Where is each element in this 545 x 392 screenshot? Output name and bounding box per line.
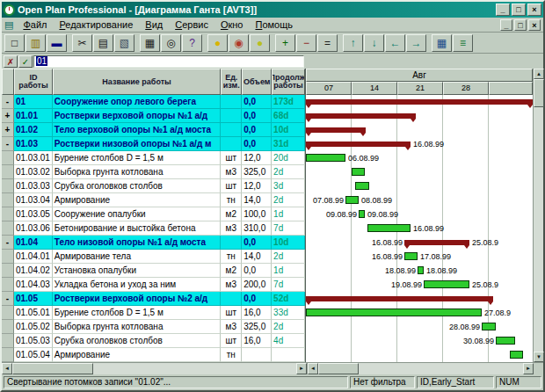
- summary-bar[interactable]: [306, 127, 366, 133]
- print-preview-button[interactable]: ◎: [161, 34, 181, 52]
- time-analysis-button[interactable]: ●: [207, 34, 228, 52]
- task-bar[interactable]: [306, 154, 345, 162]
- scroll-right-icon[interactable]: ►: [296, 363, 307, 374]
- indent-button[interactable]: →: [406, 34, 426, 52]
- menu-item-3[interactable]: Вид: [139, 18, 169, 31]
- task-bar[interactable]: [367, 224, 411, 232]
- task-bar[interactable]: [482, 323, 496, 330]
- table-row[interactable]: -01.03Ростверки низовой опоры №1 а/д м0,…: [2, 137, 305, 151]
- table-row[interactable]: 01.05.02Выборка грунта котлованам3325,02…: [2, 320, 305, 334]
- add-activity-button[interactable]: +: [275, 34, 295, 52]
- gantt-chart: Авг 07142128 16.08.9906.08.9907.08.9908.…: [306, 69, 533, 362]
- accept-edit-button[interactable]: ✓: [18, 55, 33, 68]
- cut-button[interactable]: ✂: [72, 34, 92, 52]
- table-row[interactable]: -01.05Ростверки верховой опоры №2 а/д0,0…: [2, 292, 305, 306]
- row-collapse-button[interactable]: +: [2, 109, 14, 123]
- table-row[interactable]: 01.04.02Установка опалубким20,01d: [2, 264, 305, 278]
- table-scroll-thumb[interactable]: [12, 363, 93, 374]
- task-bar[interactable]: [404, 252, 418, 260]
- new-button[interactable]: □: [4, 34, 25, 52]
- table-row[interactable]: 01.04.03Укладка бетона и уход за нимм320…: [2, 278, 305, 292]
- task-bar[interactable]: [510, 351, 523, 359]
- task-bar[interactable]: [418, 266, 424, 274]
- save-button[interactable]: ▬: [47, 34, 67, 52]
- column-header-1: ID работы: [14, 69, 53, 95]
- scroll-right-icon[interactable]: ►: [523, 363, 534, 374]
- menu-item-2[interactable]: Редактирование: [53, 18, 139, 31]
- table-row[interactable]: -01Сооружение опор левого берега0,0173d: [2, 95, 305, 109]
- scroll-up-icon[interactable]: ▲: [534, 69, 544, 79]
- cell-edit-input[interactable]: 01: [33, 55, 304, 68]
- table-row[interactable]: 01.03.04Армированиетн14,02d: [2, 193, 305, 207]
- task-bar[interactable]: [424, 280, 469, 288]
- close-button[interactable]: ×: [527, 4, 541, 16]
- summary-bar[interactable]: [306, 99, 533, 105]
- gantt-horizontal-scrollbar[interactable]: ◄ ►: [307, 363, 534, 374]
- row-collapse-button[interactable]: -: [2, 95, 14, 109]
- gantt-scroll-track[interactable]: [318, 363, 523, 374]
- task-bar[interactable]: [306, 309, 482, 316]
- table-row[interactable]: 01.05.04Армированиетн: [2, 348, 305, 362]
- table-row[interactable]: 01.05.03Срубка оголовков столбовшт16,04d: [2, 334, 305, 348]
- table-scroll-track[interactable]: [12, 363, 296, 374]
- task-bar[interactable]: [352, 168, 365, 176]
- task-bar[interactable]: [496, 337, 515, 345]
- print-button[interactable]: ▦: [140, 34, 160, 52]
- table-row[interactable]: 01.03.03Срубка оголовков столбовшт12,03d: [2, 179, 305, 193]
- timeline-week-28: 28: [443, 82, 489, 95]
- menu-item-4[interactable]: Сервис: [169, 18, 214, 31]
- scroll-down-icon[interactable]: ▼: [534, 352, 544, 362]
- table-row[interactable]: 01.03.02Выборка грунта котлованам3325,02…: [2, 165, 305, 179]
- summary-bar[interactable]: [306, 142, 411, 147]
- vertical-scrollbar[interactable]: ▲ ▼: [533, 69, 543, 362]
- menu-item-5[interactable]: Окно: [214, 18, 250, 31]
- table-row[interactable]: 01.05.01Бурение столбов D = 1,5 мшт16,03…: [2, 306, 305, 320]
- menu-item-6[interactable]: Помощь: [249, 18, 299, 31]
- move-down-button[interactable]: ↓: [364, 34, 384, 52]
- task-bar[interactable]: [359, 210, 365, 218]
- table-horizontal-scrollbar[interactable]: ◄ ►: [2, 363, 307, 374]
- vertical-scroll-thumb[interactable]: [534, 79, 544, 107]
- gantt-scroll-thumb[interactable]: [318, 363, 359, 374]
- summary-bar[interactable]: [306, 296, 493, 301]
- gantt-view-button[interactable]: ≡: [453, 34, 473, 52]
- table-row[interactable]: +01.01Ростверки верховой опоры №1 а/д0,0…: [2, 109, 305, 123]
- open-button[interactable]: ▥: [25, 34, 46, 52]
- mdi-minimize-button[interactable]: _: [500, 19, 512, 31]
- table-row[interactable]: -01.04Тело низовой опоры №1 а/д моста0,0…: [2, 236, 305, 250]
- row-collapse-button[interactable]: +: [2, 123, 14, 137]
- table-row[interactable]: 01.04.01Армирование телатн14,02d: [2, 250, 305, 264]
- resource-analysis-button[interactable]: ◉: [229, 34, 249, 52]
- link-activities-button[interactable]: =: [317, 34, 338, 52]
- task-bar[interactable]: [345, 196, 359, 204]
- outdent-button[interactable]: ←: [385, 34, 405, 52]
- maximize-button[interactable]: □: [512, 4, 526, 16]
- paste-button[interactable]: ▧: [114, 34, 134, 52]
- document-icon: ▤: [4, 19, 13, 31]
- row-collapse-button[interactable]: -: [2, 292, 14, 306]
- table-row[interactable]: 01.03.06Бетонирование и выстойка бетонам…: [2, 221, 305, 236]
- scroll-left-icon[interactable]: ◄: [308, 363, 318, 374]
- schedule-button[interactable]: ●: [250, 34, 270, 52]
- menu-item-1[interactable]: Файл: [17, 18, 53, 31]
- row-collapse-button[interactable]: -: [2, 236, 14, 250]
- table-row[interactable]: 01.03.01Бурение столбов D = 1,5 мшт12,02…: [2, 151, 305, 165]
- row-collapse-button[interactable]: -: [2, 137, 14, 151]
- move-up-button[interactable]: ↑: [343, 34, 363, 52]
- scroll-left-icon[interactable]: ◄: [2, 363, 12, 374]
- summary-bar[interactable]: [306, 113, 416, 119]
- minimize-button[interactable]: _: [496, 4, 510, 16]
- paste-icon: ▧: [120, 38, 129, 48]
- table-row[interactable]: +01.02Тело верховой опоры №1 а/д моста0,…: [2, 123, 305, 137]
- task-bar[interactable]: [355, 182, 369, 190]
- table-row[interactable]: 01.03.05Сооружение опалубким2100,01d: [2, 207, 305, 221]
- mdi-restore-button[interactable]: □: [514, 19, 527, 31]
- summary-bar[interactable]: [404, 240, 469, 245]
- vertical-scroll-track[interactable]: [534, 79, 543, 352]
- delete-activity-button[interactable]: −: [296, 34, 316, 52]
- cancel-edit-button[interactable]: ✗: [4, 55, 18, 68]
- help-button[interactable]: ?: [182, 34, 202, 52]
- table-view-button[interactable]: ▦: [432, 34, 452, 52]
- copy-button[interactable]: ▤: [93, 34, 113, 52]
- mdi-close-button[interactable]: ×: [528, 19, 541, 31]
